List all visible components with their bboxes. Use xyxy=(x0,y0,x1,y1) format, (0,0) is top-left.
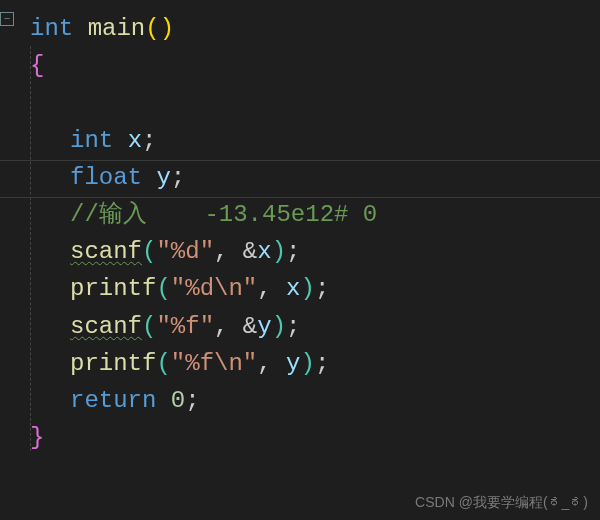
code-line: //输入 -13.45e12# 0 xyxy=(20,196,600,233)
code-line: scanf("%d", &x); xyxy=(20,233,600,270)
token-var: x xyxy=(257,238,271,265)
token-var: x xyxy=(128,127,142,154)
token-semicolon: ; xyxy=(315,275,329,302)
code-line: int main() xyxy=(20,10,600,47)
code-line: { xyxy=(20,47,600,84)
code-line: scanf("%f", &y); xyxy=(20,308,600,345)
token-function: printf xyxy=(70,350,156,377)
token-semicolon: ; xyxy=(286,313,300,340)
token-paren: ( xyxy=(156,275,170,302)
token-paren: ) xyxy=(272,313,286,340)
token-paren: ) xyxy=(160,15,174,42)
token-operator: & xyxy=(243,238,257,265)
token-paren: ) xyxy=(300,275,314,302)
token-function: main xyxy=(88,15,146,42)
code-line: float y; xyxy=(20,159,600,196)
token-paren: ( xyxy=(156,350,170,377)
token-keyword: int xyxy=(30,15,73,42)
token-paren: ) xyxy=(300,350,314,377)
token-comma: , xyxy=(257,275,286,302)
token-paren: ( xyxy=(142,313,156,340)
token-brace: } xyxy=(30,424,44,451)
token-var: x xyxy=(286,275,300,302)
token-comma: , xyxy=(214,238,243,265)
code-line: printf("%f\n", y); xyxy=(20,345,600,382)
token-string: "%d\n" xyxy=(171,275,257,302)
token-function: printf xyxy=(70,275,156,302)
code-editor[interactable]: − int main() { int x; float y; //输入 -13.… xyxy=(0,0,600,466)
token-number: 0 xyxy=(171,387,185,414)
token-comma: , xyxy=(257,350,286,377)
token-semicolon: ; xyxy=(142,127,156,154)
token-paren: ( xyxy=(145,15,159,42)
token-operator: & xyxy=(243,313,257,340)
token-semicolon: ; xyxy=(171,164,185,191)
token-brace: { xyxy=(30,52,44,79)
token-keyword: return xyxy=(70,387,156,414)
fold-icon[interactable]: − xyxy=(0,12,14,26)
token-var: y xyxy=(286,350,300,377)
token-semicolon: ; xyxy=(185,387,199,414)
token-comma: , xyxy=(214,313,243,340)
token-string: "%f\n" xyxy=(171,350,257,377)
code-line xyxy=(20,84,600,121)
token-var: y xyxy=(156,164,170,191)
token-paren: ( xyxy=(142,238,156,265)
token-type: float xyxy=(70,164,142,191)
token-semicolon: ; xyxy=(286,238,300,265)
token-comment: //输入 -13.45e12# 0 xyxy=(70,201,377,228)
watermark: CSDN @我要学编程(ಥ_ಥ) xyxy=(415,494,588,512)
token-semicolon: ; xyxy=(315,350,329,377)
token-function: scanf xyxy=(70,313,142,340)
token-var: y xyxy=(257,313,271,340)
code-line: printf("%d\n", x); xyxy=(20,270,600,307)
token-string: "%d" xyxy=(156,238,214,265)
code-line: int x; xyxy=(20,122,600,159)
token-type: int xyxy=(70,127,113,154)
code-line: return 0; xyxy=(20,382,600,419)
token-paren: ) xyxy=(272,238,286,265)
fold-glyph: − xyxy=(4,14,11,25)
token-string: "%f" xyxy=(156,313,214,340)
token-function: scanf xyxy=(70,238,142,265)
code-line: } xyxy=(20,419,600,456)
